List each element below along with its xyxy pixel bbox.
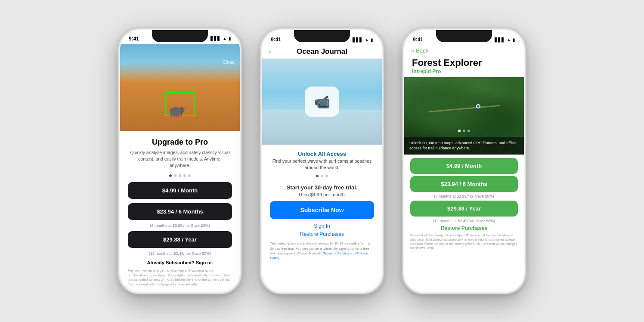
dot-1-active (169, 174, 172, 177)
dot-1-4 (183, 174, 186, 177)
price-6months-btn[interactable]: $23.94 / 6 Months (128, 203, 232, 220)
phone-2: 9:41 ▋▋▋ ▲ ▮ ‹ Ocean Journal 📹 (260, 28, 384, 294)
fine-print-1: Payment will be charged to your Apple ID… (128, 269, 232, 287)
price-year-note-3: (12 months at $2.49/mo. Save 50%) (410, 219, 518, 223)
price-year-btn[interactable]: $29.88 / Year (128, 231, 232, 248)
back-button-3[interactable]: < Back (411, 47, 428, 54)
price-6months-note: (6 months at $3.99/mo. Save 20%) (128, 223, 232, 228)
unlock-section: Unlock All Access Find your perfect wave… (262, 145, 382, 181)
wifi-icon: ▲ (223, 36, 227, 41)
phone3-header: < Back (404, 46, 524, 56)
battery-icon-3: ▮ (513, 37, 515, 42)
restore-purchases-link-2[interactable]: Restore Purchases (270, 231, 374, 237)
dot-3-3 (468, 130, 470, 132)
video-icon-container: 📹 (305, 87, 339, 117)
subscribe-button[interactable]: Subscribe Now (270, 201, 374, 219)
video-camera-icon: 📹 (314, 94, 330, 109)
price-6months-btn-3[interactable]: $23.94 / 6 Months (410, 176, 518, 192)
phone2-header: ‹ Ocean Journal (262, 46, 382, 59)
back-button-2[interactable]: ‹ (269, 48, 271, 55)
wifi-icon-2: ▲ (365, 37, 369, 42)
phone1-title: Upgrade to Pro (128, 138, 232, 147)
status-icons-1: ▋▋▋ ▲ ▮ (211, 36, 231, 41)
elephant-svg (167, 102, 186, 117)
phone2-body: Start your 30-day free trial. Then $4.99… (262, 181, 382, 292)
phone1-content: 9:41 ▋▋▋ ▲ ▮ (120, 30, 240, 292)
dot-2-3 (325, 175, 328, 177)
phone2-content: 9:41 ▋▋▋ ▲ ▮ ‹ Ocean Journal 📹 (262, 30, 382, 292)
dot-1-5 (188, 174, 191, 177)
price-year-note: (12 months at $2.49/mo. Save 50%) (128, 251, 232, 256)
dots-row-1 (128, 174, 232, 177)
hero-text-3: Unlock 90,000 topo maps, advanced GPS fe… (404, 137, 524, 155)
phone-3: 9:41 ▋▋▋ ▲ ▮ < Back Forest Explorer Intr… (402, 28, 526, 294)
phones-container: 9:41 ▋▋▋ ▲ ▮ (109, 19, 535, 303)
price-month-btn[interactable]: $4.99 / Month (128, 182, 232, 199)
price-month-btn-3[interactable]: $4.99 / Month (410, 158, 518, 174)
notch-1 (152, 30, 208, 42)
dot-1-2 (174, 174, 176, 177)
status-icons-2: ▋▋▋ ▲ ▮ (353, 37, 373, 42)
phone3-title-area: Forest Explorer Intrepid Pro (404, 56, 524, 77)
price-year-btn-3[interactable]: $29.88 / Year (410, 201, 518, 217)
phone1-body: Upgrade to Pro Quickly analyze images, a… (120, 131, 240, 292)
restore-purchases-link-3[interactable]: Restore Purchases (410, 225, 518, 231)
dot-3-2 (463, 130, 465, 132)
phone-1: 9:41 ▋▋▋ ▲ ▮ (118, 28, 242, 294)
close-button-1[interactable]: Close (223, 59, 235, 65)
phone3-body: $4.99 / Month $23.94 / 6 Months (6 month… (404, 155, 524, 292)
signal-icon-3: ▋▋▋ (495, 37, 505, 42)
dots-row-2 (262, 175, 382, 177)
dots-row-3 (404, 130, 524, 132)
battery-icon: ▮ (229, 36, 231, 41)
dot-3-active (458, 130, 461, 132)
price-6months-note-3: (6 months at $3.99/mo. Save 20%) (410, 194, 518, 198)
already-subscribed[interactable]: Already Subscribed? Sign in. (128, 260, 232, 265)
gps-dot (476, 104, 480, 108)
legal-text-2: This subscription automatically renews f… (270, 239, 374, 262)
signal-icon: ▋▋▋ (211, 36, 221, 41)
terms-link[interactable]: Terms of Service (323, 251, 349, 255)
dot-1-3 (179, 174, 181, 177)
then-text: Then $4.99 per month. (270, 192, 374, 197)
status-time-2: 9:41 (271, 37, 281, 43)
unlock-desc: Find your perfect wave with surf cams at… (262, 158, 382, 173)
phone1-subtitle: Quickly analyze images, accurately class… (128, 149, 232, 168)
battery-icon-2: ▮ (371, 37, 373, 42)
phone-1-inner: 9:41 ▋▋▋ ▲ ▮ (120, 30, 240, 292)
fine-print-3: Payment will be charged to your Apple ID… (410, 233, 518, 250)
phone3-hero: Unlock 90,000 topo maps, advanced GPS fe… (404, 77, 524, 155)
wifi-icon-3: ▲ (507, 37, 511, 42)
sign-in-link[interactable]: Sign In (270, 223, 374, 229)
phone2-hero: 📹 (262, 59, 382, 145)
phone-2-inner: 9:41 ▋▋▋ ▲ ▮ ‹ Ocean Journal 📹 (262, 30, 382, 292)
status-icons-3: ▋▋▋ ▲ ▮ (495, 37, 515, 42)
notch-2 (294, 30, 350, 42)
phone3-content: 9:41 ▋▋▋ ▲ ▮ < Back Forest Explorer Intr… (404, 30, 524, 292)
elephant-detection (163, 92, 197, 118)
hero-image-1: Close (120, 44, 240, 131)
phone2-title: Ocean Journal (297, 47, 347, 56)
unlock-title: Unlock All Access (262, 148, 382, 158)
dot-2-2 (321, 175, 323, 177)
status-time-3: 9:41 (413, 37, 423, 43)
dot-2-active (316, 175, 319, 177)
svg-point-3 (181, 108, 183, 109)
signal-icon-2: ▋▋▋ (353, 37, 363, 42)
status-time-1: 9:41 (129, 36, 139, 42)
notch-3 (436, 30, 492, 42)
phone3-title: Forest Explorer (412, 57, 516, 68)
phone-3-inner: 9:41 ▋▋▋ ▲ ▮ < Back Forest Explorer Intr… (404, 30, 524, 292)
free-trial-text: Start your 30-day free trial. (270, 184, 374, 191)
phone3-subtitle: Intrepid Pro (412, 68, 516, 74)
